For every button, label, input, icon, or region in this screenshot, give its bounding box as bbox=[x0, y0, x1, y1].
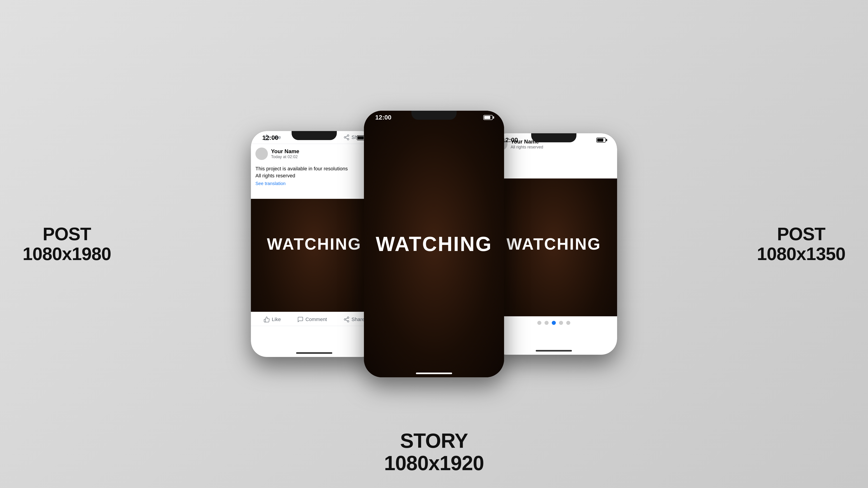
right-dots-indicator bbox=[491, 316, 617, 325]
share-action-bottom[interactable]: Share bbox=[343, 316, 365, 323]
right-notch bbox=[531, 133, 577, 142]
left-post-name: Your Name bbox=[271, 148, 299, 155]
left-watching-text: WATCHING bbox=[267, 235, 362, 253]
phone-left-screen: 12:00 Like bbox=[251, 131, 377, 357]
left-post-header: Your Name Today at 02:02 bbox=[251, 144, 377, 164]
right-watching-text: WATCHING bbox=[506, 235, 601, 253]
left-post-body: This project is available in four resolu… bbox=[251, 164, 377, 188]
left-bottom-section: Like Comment Share bbox=[251, 312, 377, 357]
svg-point-7 bbox=[347, 321, 349, 322]
svg-point-5 bbox=[347, 317, 349, 318]
like-icon-bottom bbox=[264, 316, 270, 323]
right-label: POST 1080x1350 bbox=[757, 224, 845, 264]
phone-center-screen: 12:00 WATCHING bbox=[364, 111, 504, 377]
center-time: 12:00 bbox=[375, 114, 392, 121]
right-battery-icon bbox=[596, 138, 606, 142]
like-action-bottom[interactable]: Like bbox=[264, 316, 281, 323]
comment-icon-bottom bbox=[297, 316, 304, 323]
left-post-time: Today at 02:02 bbox=[271, 155, 299, 159]
center-home-indicator bbox=[416, 372, 452, 374]
right-status-icons bbox=[596, 138, 606, 142]
left-action-bar-bottom: Like Comment Share bbox=[251, 312, 377, 326]
left-post-meta: Your Name Today at 02:02 bbox=[271, 148, 299, 159]
dot-2 bbox=[545, 321, 549, 325]
phones-container: 12:00 Like bbox=[251, 111, 617, 377]
dot-3-active bbox=[552, 321, 556, 325]
battery-fill bbox=[358, 136, 364, 139]
svg-line-8 bbox=[346, 320, 347, 321]
dot-4 bbox=[559, 321, 563, 325]
share-icon-bottom bbox=[343, 316, 350, 323]
right-home-indicator bbox=[536, 350, 572, 352]
left-label: POST 1080x1980 bbox=[23, 224, 111, 264]
phone-right: 12:00 Your Name All rights reserved bbox=[491, 133, 617, 355]
svg-line-9 bbox=[346, 318, 347, 319]
right-time: 12:00 bbox=[502, 136, 518, 144]
center-battery-icon bbox=[483, 115, 493, 120]
right-bottom-section bbox=[491, 316, 617, 355]
center-watching-text: WATCHING bbox=[376, 232, 492, 256]
left-home-indicator bbox=[296, 352, 332, 354]
phone-right-screen: 12:00 Your Name All rights reserved bbox=[491, 133, 617, 355]
svg-point-6 bbox=[344, 319, 346, 320]
center-notch bbox=[411, 111, 457, 120]
left-notch bbox=[291, 131, 337, 140]
dot-5 bbox=[566, 321, 570, 325]
main-scene: POST 1080x1980 POST 1080x1350 STORY 1080… bbox=[0, 0, 868, 488]
left-translate[interactable]: See translation bbox=[255, 180, 373, 187]
comment-action-bottom[interactable]: Comment bbox=[297, 316, 327, 323]
center-battery-fill bbox=[484, 116, 490, 119]
bottom-label: STORY 1080x1920 bbox=[384, 430, 484, 475]
left-avatar bbox=[255, 148, 268, 160]
center-status-icons bbox=[483, 115, 493, 120]
left-top-section: 12:00 Like bbox=[251, 131, 377, 199]
left-time: 12:00 bbox=[262, 134, 278, 141]
right-battery-fill bbox=[597, 138, 603, 142]
phone-left: 12:00 Like bbox=[251, 131, 377, 357]
phone-center: 12:00 WATCHING bbox=[364, 111, 504, 377]
dot-1 bbox=[537, 321, 541, 325]
